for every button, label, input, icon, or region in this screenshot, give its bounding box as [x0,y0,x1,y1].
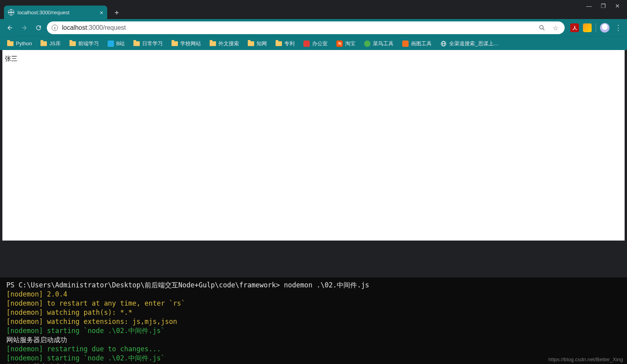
svg-point-0 [540,25,543,29]
bookmark-label: 画图工具 [411,40,432,47]
address-bar[interactable]: i localhost:3000/request ☆ [47,21,565,34]
bookmark-label: 专利 [284,40,295,47]
watermark: https://blog.csdn.net/Better_Xing [548,356,623,362]
folder-icon [41,41,47,46]
bookmark-item[interactable]: 知网 [245,39,270,49]
terminal-line: [nodemon] starting `node .\02.中间件.js` [6,326,621,335]
extension-pdf[interactable]: 人 [570,23,579,32]
bookmark-label: Python [16,40,32,46]
bookmark-label: 学校网站 [180,40,201,47]
zoom-icon[interactable] [538,24,547,31]
extension-color[interactable] [583,23,592,32]
tab-title: localhost:3000/request [17,10,96,15]
bookmark-item[interactable]: Python [4,39,35,48]
reload-button[interactable] [33,22,44,34]
terminal-line: [nodemon] watching path(s): *.* [6,308,621,317]
bookmark-label: 知网 [257,40,267,47]
forward-button[interactable] [18,22,30,34]
bookmark-item[interactable]: 外文搜索 [206,39,242,49]
bookmark-item[interactable]: JS库 [37,39,64,49]
terminal-line: 网站服务器启动成功 [6,335,621,345]
folder-icon [210,41,216,46]
bookmark-label: 全渠道搜索_思谋上… [449,40,498,47]
page-body-text: 张三 [5,55,17,62]
window-controls: — ❐ ✕ [583,0,627,12]
new-tab-button[interactable]: ＋ [111,7,122,18]
extensions: 人 ⋮ [567,23,623,33]
chrome-menu-button[interactable]: ⋮ [613,23,623,32]
bookmark-label: 前端学习 [78,40,99,47]
site-icon: 淘 [336,40,343,47]
bookmark-item[interactable]: B站 [104,39,128,49]
site-icon [108,40,114,47]
site-icon [402,40,409,47]
bookmark-item[interactable]: 学校网站 [168,39,204,49]
page-content: 张三 [2,50,625,241]
profile-avatar[interactable] [600,23,610,33]
globe-icon [8,9,14,15]
terminal-line: [nodemon] to restart at any time, enter … [6,299,621,308]
window-close-button[interactable]: ✕ [612,2,623,10]
folder-icon [248,41,254,46]
arrow-left-icon [6,24,14,31]
bookmark-star-icon[interactable]: ☆ [551,24,560,32]
site-info-icon[interactable]: i [52,25,58,31]
terminal-line: [nodemon] 2.0.4 [6,290,621,299]
bookmark-item[interactable]: 菜鸟工具 [361,39,397,49]
site-icon [303,40,310,47]
svg-line-1 [543,29,544,30]
back-button[interactable] [4,22,16,34]
folder-icon [172,41,178,46]
bookmark-item[interactable]: 专利 [272,39,298,49]
folder-icon [69,41,76,46]
terminal-line: [nodemon] restarting due to changes... [6,345,621,354]
bookmark-item[interactable]: 全渠道搜索_思谋上… [437,39,502,49]
reload-icon [35,24,42,31]
url-text: localhost:3000/request [62,24,126,31]
terminal-line: 网站服务器启动成功 [6,362,621,364]
bookmark-item[interactable]: 办公室 [300,39,331,49]
terminal-line: [nodemon] watching extensions: js,mjs,js… [6,317,621,326]
bookmark-label: 淘宝 [345,40,355,47]
url-path: :3000/request [87,24,126,31]
tab-strip: localhost:3000/request × ＋ [0,3,627,19]
bookmark-label: B站 [116,40,125,47]
bookmark-label: 外文搜索 [218,40,239,47]
arrow-right-icon [21,24,28,31]
toolbar-separator [596,23,596,32]
bookmark-item[interactable]: 画图工具 [399,39,435,49]
terminal[interactable]: PS C:\Users\Administrator\Desktop\前后端交互N… [0,277,627,364]
terminal-line: PS C:\Users\Administrator\Desktop\前后端交互N… [6,281,621,290]
tab-close-button[interactable]: × [100,10,103,15]
site-icon [364,40,370,47]
bookmark-item[interactable]: 淘淘宝 [333,39,359,49]
bookmark-label: 日常学习 [142,40,163,47]
url-host: localhost [62,24,87,31]
folder-icon [7,41,14,46]
folder-icon [276,41,282,46]
terminal-line: [nodemon] starting `node .\02.中间件.js` [6,354,621,363]
bookmark-item[interactable]: 日常学习 [130,39,166,49]
bookmark-item[interactable]: 前端学习 [66,39,102,49]
window-titlebar [0,0,627,3]
window-maximize-button[interactable]: ❐ [598,2,609,10]
bookmark-label: 办公室 [312,40,328,47]
navigation-bar: i localhost:3000/request ☆ 人 ⋮ [0,19,627,37]
bookmark-label: 菜鸟工具 [373,40,394,47]
folder-icon [133,41,140,46]
globe-icon [440,40,447,47]
bookmarks-bar: PythonJS库前端学习B站日常学习学校网站外文搜索知网专利办公室淘淘宝菜鸟工… [0,37,627,50]
window-minimize-button[interactable]: — [583,2,594,10]
browser-tab[interactable]: localhost:3000/request × [4,6,107,19]
bookmark-label: JS库 [49,40,60,47]
